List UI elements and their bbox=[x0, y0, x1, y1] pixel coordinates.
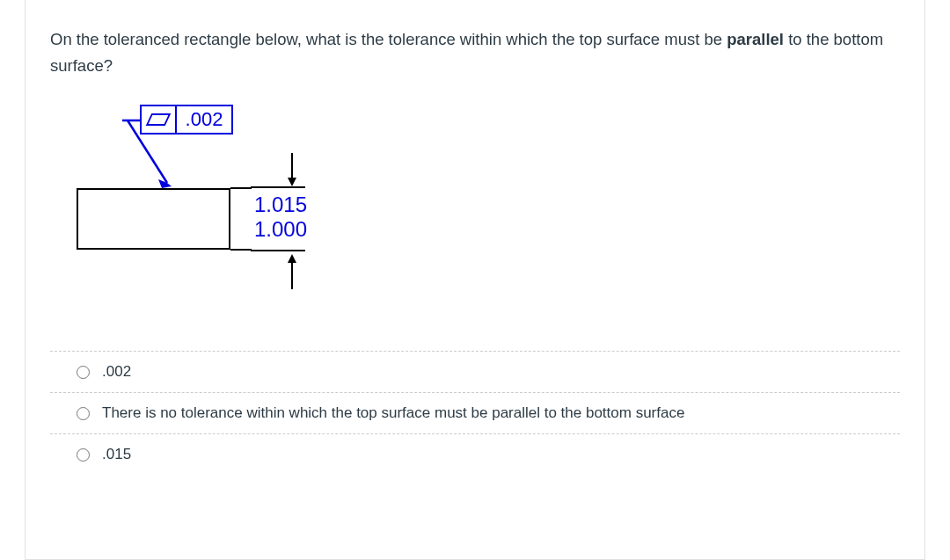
dimension-limits: 1.015 1.000 bbox=[254, 193, 307, 241]
tolerance-diagram: .002 bbox=[68, 105, 349, 307]
radio-icon[interactable] bbox=[77, 407, 90, 420]
dim-line-bottom bbox=[251, 250, 305, 251]
svg-marker-6 bbox=[288, 178, 296, 186]
radio-icon[interactable] bbox=[77, 366, 90, 379]
answer-options: .002 There is no tolerance within which … bbox=[50, 351, 900, 475]
question-prompt: On the toleranced rectangle below, what … bbox=[50, 26, 900, 78]
leader-arrow bbox=[125, 118, 178, 193]
dim-arrow-down-icon bbox=[286, 153, 298, 190]
question-bold: parallel bbox=[727, 30, 784, 48]
svg-line-1 bbox=[128, 120, 167, 183]
svg-marker-8 bbox=[288, 254, 296, 263]
question-text-part1: On the toleranced rectangle below, what … bbox=[50, 30, 727, 48]
dim-lower: 1.000 bbox=[254, 217, 307, 242]
radio-icon[interactable] bbox=[77, 448, 90, 462]
rectangle-part bbox=[77, 188, 230, 250]
dim-arrow-up-icon bbox=[286, 252, 298, 289]
option-label: .002 bbox=[102, 363, 131, 381]
option-row[interactable]: There is no tolerance within which the t… bbox=[50, 393, 900, 434]
option-row[interactable]: .015 bbox=[50, 434, 900, 475]
option-row[interactable]: .002 bbox=[50, 352, 900, 393]
option-label: .015 bbox=[102, 446, 131, 463]
option-label: There is no tolerance within which the t… bbox=[102, 404, 684, 422]
question-container: On the toleranced rectangle below, what … bbox=[25, 0, 925, 560]
dim-upper: 1.015 bbox=[254, 193, 307, 217]
fcf-value: .002 bbox=[177, 106, 231, 133]
